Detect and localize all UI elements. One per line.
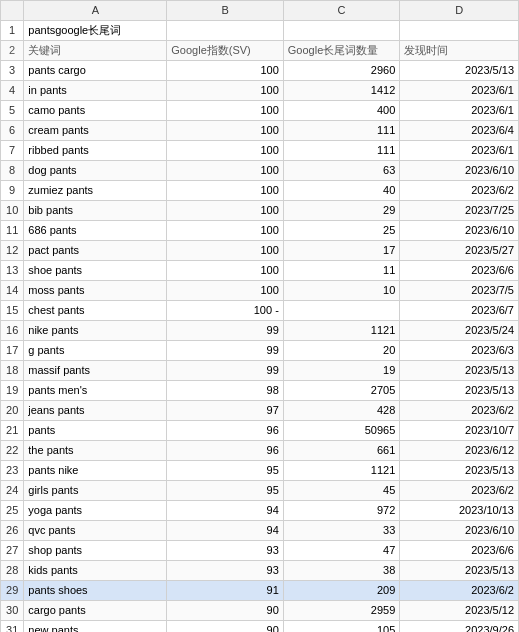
cell-longtail[interactable]: 45 <box>283 481 400 501</box>
cell-keyword[interactable]: camo pants <box>24 101 167 121</box>
cell-longtail[interactable]: 2960 <box>283 61 400 81</box>
cell-sv[interactable]: 94 <box>167 501 284 521</box>
cell-date[interactable]: 2023/6/2 <box>400 401 519 421</box>
cell-keyword[interactable]: kids pants <box>24 561 167 581</box>
cell-date[interactable]: 2023/5/13 <box>400 461 519 481</box>
cell-sv[interactable]: 90 <box>167 601 284 621</box>
cell-1-d[interactable] <box>400 21 519 41</box>
cell-longtail[interactable]: 11 <box>283 261 400 281</box>
cell-sv[interactable]: 94 <box>167 521 284 541</box>
cell-date[interactable]: 2023/5/27 <box>400 241 519 261</box>
cell-sv[interactable]: 100 <box>167 161 284 181</box>
cell-date[interactable]: 2023/6/12 <box>400 441 519 461</box>
cell-longtail[interactable]: 25 <box>283 221 400 241</box>
col-header-a[interactable]: A <box>24 1 167 21</box>
cell-sv[interactable]: 96 <box>167 421 284 441</box>
cell-longtail[interactable]: 972 <box>283 501 400 521</box>
cell-date[interactable]: 2023/6/10 <box>400 161 519 181</box>
cell-keyword[interactable]: dog pants <box>24 161 167 181</box>
cell-sv[interactable]: 91 <box>167 581 284 601</box>
cell-date[interactable]: 2023/6/6 <box>400 541 519 561</box>
cell-date[interactable]: 2023/6/6 <box>400 261 519 281</box>
cell-keyword[interactable]: nike pants <box>24 321 167 341</box>
cell-keyword[interactable]: moss pants <box>24 281 167 301</box>
cell-date[interactable]: 2023/6/4 <box>400 121 519 141</box>
cell-sv[interactable]: 95 <box>167 461 284 481</box>
cell-date[interactable]: 2023/6/1 <box>400 141 519 161</box>
cell-keyword[interactable]: new pants <box>24 621 167 633</box>
cell-longtail[interactable]: 20 <box>283 341 400 361</box>
cell-sv[interactable]: 95 <box>167 481 284 501</box>
cell-1-c[interactable] <box>283 21 400 41</box>
cell-sv[interactable]: 100 <box>167 201 284 221</box>
cell-sv[interactable]: 98 <box>167 381 284 401</box>
cell-longtail[interactable]: 1412 <box>283 81 400 101</box>
cell-sv[interactable]: 97 <box>167 401 284 421</box>
cell-longtail[interactable]: 17 <box>283 241 400 261</box>
cell-date[interactable]: 2023/5/13 <box>400 61 519 81</box>
cell-longtail[interactable]: 19 <box>283 361 400 381</box>
cell-date[interactable]: 2023/7/25 <box>400 201 519 221</box>
cell-date[interactable]: 2023/6/1 <box>400 81 519 101</box>
cell-keyword[interactable]: pants <box>24 421 167 441</box>
cell-sv[interactable]: 99 <box>167 361 284 381</box>
cell-keyword[interactable]: cream pants <box>24 121 167 141</box>
cell-keyword[interactable]: shoe pants <box>24 261 167 281</box>
cell-sv[interactable]: 100 <box>167 121 284 141</box>
cell-sv[interactable]: 99 <box>167 321 284 341</box>
cell-keyword[interactable]: pants nike <box>24 461 167 481</box>
cell-sv[interactable]: 100 - <box>167 301 284 321</box>
cell-keyword[interactable]: the pants <box>24 441 167 461</box>
cell-date[interactable]: 2023/5/12 <box>400 601 519 621</box>
cell-date[interactable]: 2023/7/5 <box>400 281 519 301</box>
cell-date[interactable]: 2023/5/24 <box>400 321 519 341</box>
cell-longtail[interactable]: 63 <box>283 161 400 181</box>
cell-keyword[interactable]: massif pants <box>24 361 167 381</box>
cell-date[interactable]: 2023/5/13 <box>400 561 519 581</box>
cell-sv[interactable]: 100 <box>167 281 284 301</box>
cell-date[interactable]: 2023/6/7 <box>400 301 519 321</box>
cell-longtail[interactable]: 40 <box>283 181 400 201</box>
cell-keyword[interactable]: pants shoes <box>24 581 167 601</box>
cell-longtail[interactable]: 105 <box>283 621 400 633</box>
cell-date[interactable]: 2023/6/2 <box>400 181 519 201</box>
cell-longtail[interactable]: 428 <box>283 401 400 421</box>
cell-keyword[interactable]: chest pants <box>24 301 167 321</box>
cell-keyword[interactable]: bib pants <box>24 201 167 221</box>
cell-sv[interactable]: 99 <box>167 341 284 361</box>
cell-keyword[interactable]: g pants <box>24 341 167 361</box>
cell-longtail[interactable]: 47 <box>283 541 400 561</box>
cell-keyword[interactable]: yoga pants <box>24 501 167 521</box>
cell-1-a[interactable]: pantsgoogle长尾词 <box>24 21 167 41</box>
cell-sv[interactable]: 100 <box>167 221 284 241</box>
cell-date[interactable]: 2023/9/26 <box>400 621 519 633</box>
cell-sv[interactable]: 96 <box>167 441 284 461</box>
cell-longtail[interactable]: 2705 <box>283 381 400 401</box>
cell-longtail[interactable]: 29 <box>283 201 400 221</box>
cell-keyword[interactable]: pants cargo <box>24 61 167 81</box>
cell-keyword[interactable]: qvc pants <box>24 521 167 541</box>
cell-date[interactable]: 2023/6/2 <box>400 581 519 601</box>
cell-sv[interactable]: 100 <box>167 181 284 201</box>
cell-1-b[interactable] <box>167 21 284 41</box>
cell-date[interactable]: 2023/10/7 <box>400 421 519 441</box>
cell-longtail[interactable]: 111 <box>283 121 400 141</box>
cell-date[interactable]: 2023/10/13 <box>400 501 519 521</box>
cell-longtail[interactable]: 661 <box>283 441 400 461</box>
col-header-b[interactable]: B <box>167 1 284 21</box>
cell-keyword[interactable]: pants men's <box>24 381 167 401</box>
cell-longtail[interactable]: 10 <box>283 281 400 301</box>
cell-keyword[interactable]: girls pants <box>24 481 167 501</box>
cell-sv[interactable]: 100 <box>167 261 284 281</box>
cell-sv[interactable]: 100 <box>167 101 284 121</box>
cell-date[interactable]: 2023/6/10 <box>400 221 519 241</box>
cell-longtail[interactable]: 209 <box>283 581 400 601</box>
cell-sv[interactable]: 100 <box>167 61 284 81</box>
cell-sv[interactable]: 100 <box>167 141 284 161</box>
cell-longtail[interactable]: 50965 <box>283 421 400 441</box>
cell-longtail[interactable] <box>283 301 400 321</box>
cell-date[interactable]: 2023/6/3 <box>400 341 519 361</box>
cell-keyword[interactable]: pact pants <box>24 241 167 261</box>
cell-longtail[interactable]: 111 <box>283 141 400 161</box>
cell-date[interactable]: 2023/6/2 <box>400 481 519 501</box>
